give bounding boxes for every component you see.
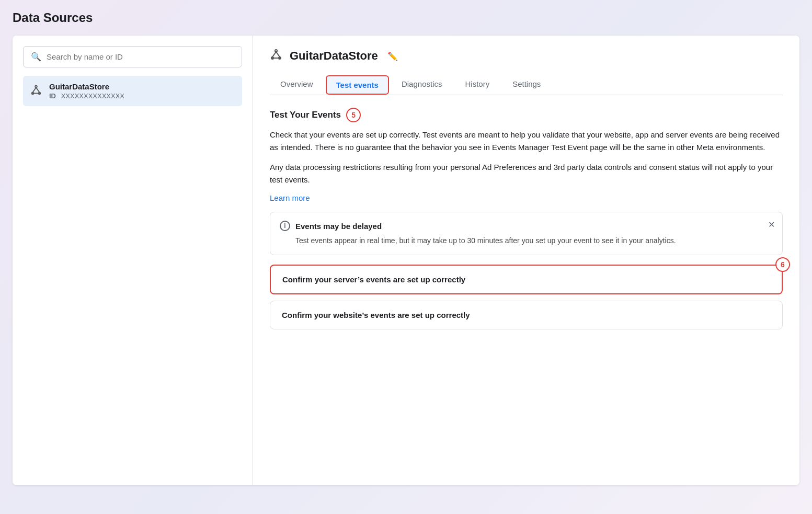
id-value: XXXXXXXXXXXXXX [61,92,124,100]
confirm-server-item[interactable]: Confirm your server’s events are set up … [271,266,782,293]
datasource-id: ID XXXXXXXXXXXXXX [49,92,124,100]
tab-settings[interactable]: Settings [502,74,551,95]
svg-line-10 [276,52,280,57]
body-text-2: Any data processing restrictions resulti… [270,161,783,186]
confirm-website-item[interactable]: Confirm your website’s events are set up… [270,301,782,329]
content-area: GuitarDataStore ✏️ Overview Test events … [253,36,799,485]
close-button[interactable]: ✕ [768,220,775,230]
tabs-bar: Overview Test events Diagnostics History… [270,74,783,95]
step-badge-5: 5 [346,108,361,122]
body-text-1: Check that your events are set up correc… [270,129,783,154]
tab-diagnostics[interactable]: Diagnostics [391,74,453,95]
learn-more-link[interactable]: Learn more [270,193,310,202]
section-title: Test Your Events 5 [270,108,783,122]
confirm-website-label: Confirm your website’s events are set up… [282,311,470,319]
id-label: ID [49,92,56,100]
info-box-header: i Events may be delayed [280,221,773,231]
info-box-body: Test events appear in real time, but it … [280,235,773,246]
datasource-name: GuitarDataStore [49,82,124,91]
search-box[interactable]: 🔍 [23,46,242,67]
confirm-server-wrapper: Confirm your server’s events are set up … [270,265,783,294]
confirm-server-label: Confirm your server’s events are set up … [282,275,465,284]
confirm-website-section[interactable]: Confirm your website’s events are set up… [270,301,783,329]
svg-line-4 [36,87,39,92]
edit-icon[interactable]: ✏️ [387,51,398,61]
content-header-icon [270,48,282,64]
datasource-info: GuitarDataStore ID XXXXXXXXXXXXXX [49,82,124,100]
info-box-title: Events may be delayed [295,222,382,231]
content-title: GuitarDataStore [290,49,378,63]
info-box: ✕ i Events may be delayed Test events ap… [270,212,783,255]
sidebar: 🔍 GuitarDataStore [13,36,253,485]
content-header: GuitarDataStore ✏️ [270,48,783,64]
tab-history[interactable]: History [455,74,500,95]
svg-line-9 [272,52,276,57]
search-icon: 🔍 [31,52,41,62]
datasource-icon [30,84,42,98]
datasource-list-item[interactable]: GuitarDataStore ID XXXXXXXXXXXXXX [23,76,242,106]
page-title: Data Sources [13,10,799,25]
search-input[interactable] [47,52,234,61]
tab-test-events[interactable]: Test events [326,75,389,95]
step-badge-6: 6 [775,257,790,272]
svg-line-3 [33,87,36,92]
confirm-server-section[interactable]: Confirm your server’s events are set up … [270,265,783,294]
info-icon: i [280,221,290,231]
tab-overview[interactable]: Overview [270,74,324,95]
